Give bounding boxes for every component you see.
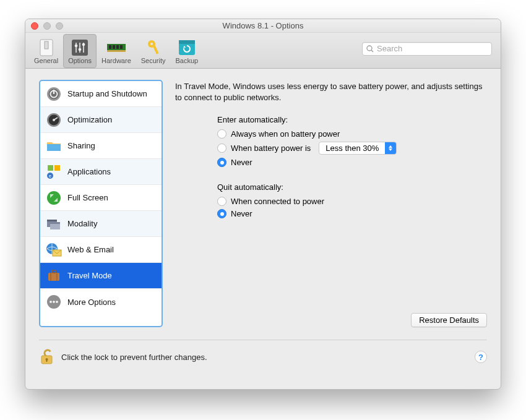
sidebar-item-applications[interactable]: e Applications [40, 159, 162, 185]
window-title: Windows 8.1 - Options [223, 21, 304, 30]
search-placeholder: Search [377, 44, 402, 53]
svg-rect-19 [179, 40, 195, 44]
sidebar-item-label: Optimization [67, 115, 112, 124]
radio-enter-always[interactable] [217, 129, 226, 139]
svg-rect-32 [48, 165, 53, 171]
close-window-button[interactable] [31, 22, 38, 30]
search-input[interactable]: Search [362, 42, 492, 56]
radio-label: Never [231, 158, 252, 167]
svg-point-30 [53, 119, 55, 121]
globe-mail-icon [46, 242, 62, 258]
footer: Click the lock to prevent further change… [39, 340, 487, 365]
svg-rect-12 [116, 45, 119, 49]
sidebar-item-optimization[interactable]: Optimization [40, 107, 162, 133]
svg-text:e: e [49, 174, 51, 178]
radio-enter-never[interactable] [217, 158, 226, 167]
tool-general[interactable]: General [29, 34, 63, 68]
sidebar-item-more-options[interactable]: More Options [40, 289, 162, 315]
sidebar-item-label: Startup and Shutdown [67, 89, 147, 98]
sidebar-item-label: Full Screen [67, 193, 108, 202]
tool-backup[interactable]: Backup [171, 34, 204, 68]
panel-description: In Travel Mode, Windows uses less energy… [175, 81, 487, 103]
sliders-icon [71, 38, 89, 57]
svg-rect-46 [52, 270, 56, 273]
category-sidebar: Startup and Shutdown Optimization Sharin… [39, 80, 163, 327]
svg-rect-41 [47, 220, 57, 221]
svg-point-7 [79, 48, 82, 51]
sidebar-item-label: Applications [67, 167, 111, 176]
select-value: Less then 30% [319, 144, 385, 153]
gauge-icon [46, 112, 62, 128]
sidebar-item-label: Travel Mode [67, 271, 112, 280]
svg-rect-1 [45, 41, 48, 49]
radio-label: Never [231, 209, 252, 218]
titlebar: Windows 8.1 - Options [25, 19, 501, 33]
svg-rect-11 [113, 45, 115, 49]
tool-label: General [34, 57, 58, 64]
sidebar-item-sharing[interactable]: Sharing [40, 133, 162, 159]
svg-rect-42 [50, 222, 60, 224]
quit-automatically-group: Quit automatically: When connected to po… [217, 182, 487, 221]
key-icon [144, 38, 163, 57]
sidebar-item-modality[interactable]: Modality [40, 211, 162, 237]
tool-options[interactable]: Options [63, 34, 97, 68]
svg-point-36 [47, 191, 61, 205]
radio-label: When battery power is [231, 144, 311, 153]
tool-label: Security [141, 57, 166, 64]
help-button[interactable]: ? [475, 351, 487, 363]
svg-point-50 [50, 301, 52, 303]
radio-enter-when-battery[interactable] [217, 144, 226, 153]
svg-rect-14 [107, 50, 126, 52]
svg-line-22 [371, 50, 373, 52]
apps-icon: e [46, 164, 62, 180]
toolbar: General Options Hardware Security Backup [25, 33, 501, 69]
lock-caption: Click the lock to prevent further change… [61, 353, 207, 362]
settings-panel: In Travel Mode, Windows uses less energy… [175, 80, 487, 327]
tool-security[interactable]: Security [136, 34, 171, 68]
tool-label: Options [68, 57, 92, 64]
sidebar-item-web-email[interactable]: Web & Email [40, 237, 162, 263]
windows-stack-icon [46, 216, 62, 232]
search-icon [366, 45, 374, 53]
sidebar-item-label: More Options [67, 298, 116, 307]
sidebar-item-label: Modality [67, 219, 97, 228]
svg-rect-55 [46, 359, 48, 362]
svg-point-51 [53, 301, 55, 303]
group-title: Quit automatically: [217, 182, 487, 192]
svg-rect-33 [54, 165, 60, 171]
ellipsis-icon [46, 294, 62, 310]
tool-label: Hardware [101, 57, 131, 64]
folder-icon [46, 138, 62, 154]
restore-defaults-button[interactable]: Restore Defaults [411, 313, 487, 327]
svg-rect-31 [47, 144, 61, 151]
preferences-window: Windows 8.1 - Options General Options Ha… [25, 19, 501, 390]
sidebar-item-travel-mode[interactable]: Travel Mode [40, 263, 162, 289]
radio-label: When connected to power [231, 197, 324, 206]
radio-quit-connected[interactable] [217, 197, 226, 206]
minimize-window-button[interactable] [43, 22, 51, 30]
ram-icon [107, 38, 126, 57]
sidebar-item-label: Sharing [67, 141, 95, 150]
fullscreen-icon [46, 190, 62, 206]
tool-hardware[interactable]: Hardware [97, 34, 136, 68]
sidebar-item-label: Web & Email [67, 245, 114, 254]
radio-label: Always when on battery power [231, 129, 340, 139]
svg-rect-45 [48, 273, 59, 281]
zoom-window-button[interactable] [56, 22, 63, 30]
sidebar-item-startup-shutdown[interactable]: Startup and Shutdown [40, 81, 162, 107]
sidebar-item-full-screen[interactable]: Full Screen [40, 185, 162, 211]
battery-threshold-select[interactable]: Less then 30% [319, 142, 397, 155]
luggage-icon [46, 268, 62, 284]
window-controls [31, 22, 63, 30]
stepper-arrows-icon [385, 142, 396, 154]
lock-open-icon[interactable] [39, 349, 55, 365]
svg-rect-13 [120, 45, 123, 49]
svg-point-52 [56, 301, 58, 303]
backup-icon [178, 38, 196, 57]
svg-point-21 [367, 46, 372, 51]
svg-point-16 [150, 42, 153, 45]
group-title: Enter automatically: [217, 115, 487, 124]
switch-icon [37, 38, 56, 57]
svg-point-6 [75, 44, 78, 47]
radio-quit-never[interactable] [217, 209, 226, 218]
